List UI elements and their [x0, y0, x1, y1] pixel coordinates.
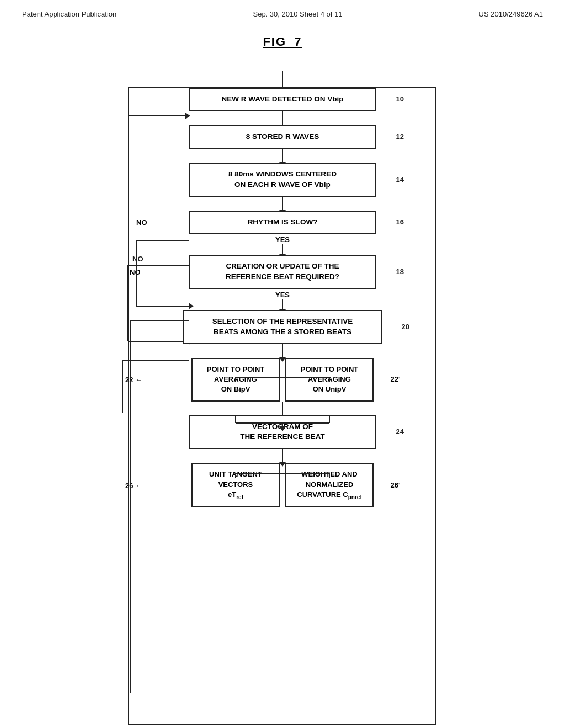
block-24-wrapper: VECTOGRAM OFTHE REFERENCE BEAT 24: [95, 415, 470, 449]
block-20-label: SELECTION OF THE REPRESENTATIVEBEATS AMO…: [212, 317, 353, 336]
yes-18-arrow: YES: [95, 289, 470, 310]
block-26a-label: UNIT TANGENTVECTORSeTref: [209, 470, 262, 498]
yes-label-18: YES: [275, 291, 290, 299]
block-22-wrapper: 22 ← POINT TO POINTAVERAGINGON BipV POIN…: [95, 358, 470, 402]
block-24: VECTOGRAM OFTHE REFERENCE BEAT 24: [189, 415, 376, 449]
block-14: 8 80ms WINDOWS CENTEREDON EACH R WAVE OF…: [189, 163, 376, 197]
block-22a: POINT TO POINTAVERAGINGON BipV: [191, 358, 280, 402]
block-18-label: CREATION OR UPDATE OF THEREFERENCE BEAT …: [226, 262, 339, 281]
no-label-18: NO: [130, 268, 141, 276]
arrow-to-24: [282, 402, 283, 415]
block-16-ref: 16: [396, 217, 404, 227]
arrow-1: [282, 111, 283, 125]
block-12-container: 8 STORED R WAVES 12: [95, 125, 470, 149]
block-22b-ref: 22': [390, 374, 400, 384]
no-label-16: NO: [136, 218, 147, 227]
figure-title: FIG_7: [0, 35, 565, 49]
block-22b-label: POINT TO POINTAVERAGINGON UnipV: [301, 365, 359, 393]
block-14-container: 8 80ms WINDOWS CENTEREDON EACH R WAVE OF…: [95, 163, 470, 197]
svg-marker-13: [185, 113, 190, 119]
arrow-2: [282, 149, 283, 163]
block-12: 8 STORED R WAVES 12: [189, 125, 376, 149]
block-10-container: NEW R WAVE DETECTED ON Vbip 10: [95, 71, 470, 111]
block-18-wrapper: NO CREATION OR UPDATE OF THEREFERENCE BE…: [95, 255, 470, 289]
block-10: NEW R WAVE DETECTED ON Vbip 10: [189, 88, 376, 111]
block-18-ref: 18: [396, 267, 404, 277]
block-26b-label: WEIGHTED ANDNORMALIZEDCURVATURE Cpnref: [297, 470, 361, 498]
arrow-3: [282, 197, 283, 211]
yes-label-16: YES: [275, 235, 290, 244]
block-22a-label: POINT TO POINTAVERAGINGON BipV: [207, 365, 265, 393]
block-20: SELECTION OF THE REPRESENTATIVEBEATS AMO…: [183, 310, 382, 344]
block-10-label: NEW R WAVE DETECTED ON Vbip: [221, 95, 343, 103]
block-24-label: VECTOGRAM OFTHE REFERENCE BEAT: [240, 422, 325, 441]
flowchart-diagram: NO NEW R WAVE DETECTED ON Vbip 10 8 STOR…: [95, 71, 470, 507]
block-26b: WEIGHTED ANDNORMALIZEDCURVATURE Cpnref 2…: [285, 463, 374, 507]
block-22b: POINT TO POINTAVERAGINGON UnipV 22': [285, 358, 374, 402]
arrow-to-22: [282, 344, 283, 358]
block-10-ref: 10: [396, 94, 404, 104]
header-right: US 2010/249626 A1: [479, 10, 543, 18]
block-12-label: 8 STORED R WAVES: [246, 132, 319, 141]
block-16-wrapper: NO RHYTHM IS SLOW? 16: [95, 211, 470, 234]
yes-16-arrow: YES: [95, 234, 470, 255]
block-18: CREATION OR UPDATE OF THEREFERENCE BEAT …: [189, 255, 376, 289]
block-14-label: 8 80ms WINDOWS CENTEREDON EACH R WAVE OF…: [228, 170, 337, 189]
block-14-ref: 14: [396, 175, 404, 185]
block-12-ref: 12: [396, 132, 404, 142]
page-header: Patent Application Publication Sep. 30, …: [0, 0, 565, 18]
header-center: Sep. 30, 2010 Sheet 4 of 11: [253, 10, 342, 18]
block-26a: UNIT TANGENTVECTORSeTref: [191, 463, 280, 507]
header-left: Patent Application Publication: [22, 10, 116, 18]
block-20-wrapper: SELECTION OF THE REPRESENTATIVEBEATS AMO…: [95, 310, 470, 344]
block-16-label: RHYTHM IS SLOW?: [248, 218, 318, 226]
block-20-ref: 20: [402, 322, 409, 332]
block-26-row: UNIT TANGENTVECTORSeTref WEIGHTED ANDNOR…: [95, 463, 470, 507]
block-26-wrapper: 26 ← UNIT TANGENTVECTORSeTref WEIGHTED A…: [95, 463, 470, 507]
block-16: RHYTHM IS SLOW? 16: [189, 211, 376, 234]
block-24-ref: 24: [396, 427, 404, 437]
block-22-row: POINT TO POINTAVERAGINGON BipV POINT TO …: [95, 358, 470, 402]
block-26b-ref: 26': [390, 480, 400, 490]
arrow-to-26: [282, 449, 283, 463]
